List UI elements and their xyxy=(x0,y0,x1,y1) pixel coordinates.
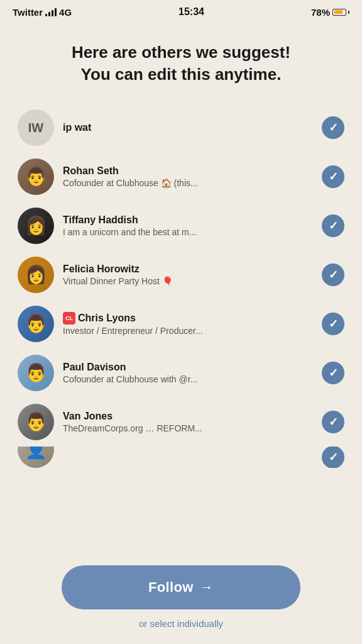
avatar: 👩 xyxy=(18,257,54,293)
checkmark-icon: ✓ xyxy=(329,171,338,182)
checkmark-icon: ✓ xyxy=(329,452,338,463)
follow-button[interactable]: Follow → xyxy=(62,565,300,609)
follow-button-label: Follow xyxy=(148,579,193,596)
avatar-face: 👤 xyxy=(25,447,47,458)
list-item: 👨 CL Chris Lyons Investor / Entrepreneur… xyxy=(13,299,349,348)
avatar-face: 👨 xyxy=(25,168,47,186)
signal-bar-4 xyxy=(55,8,57,16)
check-button[interactable]: ✓ xyxy=(322,362,344,384)
avatar-face: 👨 xyxy=(25,315,47,333)
check-button[interactable]: ✓ xyxy=(322,447,344,468)
list-item: 👩 Tiffany Haddish I am a unicorn and the… xyxy=(13,201,349,250)
heading-section: Here are others we suggest! You can edit… xyxy=(0,21,362,101)
user-info: Tiffany Haddish I am a unicorn and the b… xyxy=(63,214,313,237)
avatar: 👨 xyxy=(18,306,54,342)
heading-line1: Here are others we suggest! xyxy=(72,43,290,62)
checkmark-icon: ✓ xyxy=(329,220,338,231)
user-list: IW ip wat ✓ 👨 Rohan Seth Cofounder at Cl… xyxy=(0,101,362,555)
check-button[interactable]: ✓ xyxy=(322,313,344,335)
check-button[interactable]: ✓ xyxy=(322,411,344,433)
user-name: Tiffany Haddish xyxy=(63,214,313,226)
select-individually-link[interactable]: or select individually xyxy=(139,618,223,629)
avatar-face: 👩 xyxy=(25,217,47,235)
avatar-face: 👩 xyxy=(25,266,47,284)
list-item: 👨 Rohan Seth Cofounder at Clubhouse 🏠 (t… xyxy=(13,152,349,201)
follow-button-arrow: → xyxy=(200,579,214,596)
user-name: Felicia Horowitz xyxy=(63,264,313,275)
user-info: Rohan Seth Cofounder at Clubhouse 🏠 (thi… xyxy=(63,165,313,188)
user-bio: TheDreamCorps.org … REFORM... xyxy=(63,423,313,433)
avatar: 👨 xyxy=(18,404,54,440)
checkmark-icon: ✓ xyxy=(329,122,338,133)
check-button[interactable]: ✓ xyxy=(322,165,344,188)
heading-line2: You can edit this anytime. xyxy=(81,65,282,84)
user-name: Rohan Seth xyxy=(63,165,313,177)
avatar: 👨 xyxy=(18,158,54,195)
carrier-label: Twitter xyxy=(13,7,43,18)
status-bar: Twitter 4G 15:34 78% xyxy=(0,0,362,21)
user-name: Van Jones xyxy=(63,411,313,422)
avatar: 👩 xyxy=(18,208,54,244)
signal-bars-icon xyxy=(45,8,57,16)
user-info: Felicia Horowitz Virtual Dinner Party Ho… xyxy=(63,264,313,286)
signal-bar-2 xyxy=(48,12,50,16)
avatar: 👨 xyxy=(18,355,54,391)
list-item: IW ip wat ✓ xyxy=(13,103,349,152)
user-name: ip wat xyxy=(63,122,313,133)
user-info: Van Jones TheDreamCorps.org … REFORM... xyxy=(63,411,313,433)
list-item: 👨 Van Jones TheDreamCorps.org … REFORM..… xyxy=(13,397,349,447)
user-bio: Cofounder at Clubhouse with @r... xyxy=(63,374,313,384)
heading-text: Here are others we suggest! You can edit… xyxy=(25,42,337,86)
check-button[interactable]: ✓ xyxy=(322,214,344,237)
bottom-section: Follow → or select individually xyxy=(0,555,362,644)
list-item-partial: 👤 ✓ xyxy=(13,447,349,468)
check-button[interactable]: ✓ xyxy=(322,116,344,139)
checkmark-icon: ✓ xyxy=(329,269,338,280)
status-time: 15:34 xyxy=(178,6,204,18)
network-type-label: 4G xyxy=(59,7,72,18)
status-right: 78% xyxy=(311,7,349,18)
signal-bar-1 xyxy=(45,14,47,16)
checkmark-icon: ✓ xyxy=(329,318,338,330)
checkmark-icon: ✓ xyxy=(329,416,338,428)
battery-tip xyxy=(348,11,349,14)
avatar: IW xyxy=(18,109,54,146)
user-bio: Cofounder at Clubhouse 🏠 (this... xyxy=(63,178,313,188)
status-left: Twitter 4G xyxy=(13,7,72,18)
check-button[interactable]: ✓ xyxy=(322,264,344,286)
battery-icon xyxy=(332,9,349,16)
user-info: Paul Davison Cofounder at Clubhouse with… xyxy=(63,362,313,384)
avatar: 👤 xyxy=(18,447,54,468)
user-bio: I am a unicorn and the best at m... xyxy=(63,227,313,237)
signal-bar-3 xyxy=(52,10,53,16)
avatar-face: 👨 xyxy=(25,413,47,431)
user-bio: Virtual Dinner Party Host 🎈 xyxy=(63,276,313,286)
list-item: 👩 Felicia Horowitz Virtual Dinner Party … xyxy=(13,250,349,299)
battery-percent-label: 78% xyxy=(311,7,330,18)
avatar-face: 👨 xyxy=(25,364,47,382)
cl-badge: CL xyxy=(63,312,75,325)
user-bio: Investor / Entrepreneur / Producer... xyxy=(63,326,313,336)
user-name: CL Chris Lyons xyxy=(63,312,313,325)
battery-fill xyxy=(334,10,343,14)
user-info: ip wat xyxy=(63,122,313,133)
user-info: CL Chris Lyons Investor / Entrepreneur /… xyxy=(63,312,313,336)
user-name: Paul Davison xyxy=(63,362,313,373)
checkmark-icon: ✓ xyxy=(329,367,338,379)
list-item: 👨 Paul Davison Cofounder at Clubhouse wi… xyxy=(13,348,349,397)
battery-body xyxy=(332,9,346,16)
avatar-initials-text: IW xyxy=(28,121,43,135)
